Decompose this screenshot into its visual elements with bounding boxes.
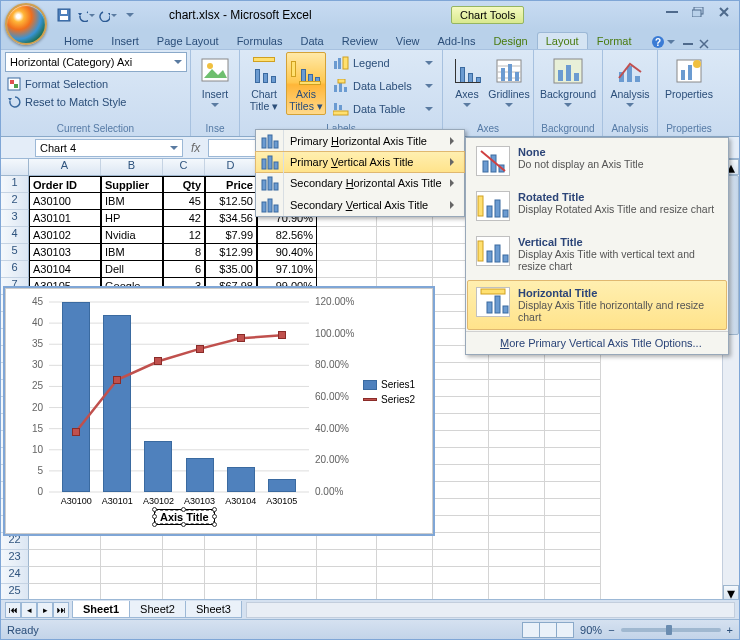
cell[interactable] bbox=[489, 567, 545, 584]
zoom-value[interactable]: 90% bbox=[580, 624, 602, 636]
cell[interactable] bbox=[433, 380, 489, 397]
cell[interactable] bbox=[545, 465, 601, 482]
cell[interactable] bbox=[257, 567, 317, 584]
cell[interactable]: A30104 bbox=[29, 261, 101, 278]
cell[interactable]: 42 bbox=[163, 210, 205, 227]
axis-title-menu-item[interactable]: Primary Horizontal Axis Title bbox=[256, 130, 464, 152]
sheet-nav-first[interactable]: ⏮ bbox=[5, 602, 21, 618]
cell[interactable]: $12.50 bbox=[205, 193, 257, 210]
axis-titles-menu[interactable]: Primary Horizontal Axis TitlePrimary Ver… bbox=[255, 129, 465, 217]
fx-icon[interactable]: fx bbox=[191, 141, 200, 155]
cell[interactable] bbox=[377, 261, 433, 278]
doc-close-icon[interactable] bbox=[699, 39, 709, 49]
row-header[interactable]: 3 bbox=[1, 210, 29, 227]
cell[interactable] bbox=[545, 448, 601, 465]
cell[interactable] bbox=[545, 397, 601, 414]
cell[interactable] bbox=[489, 448, 545, 465]
cell[interactable]: 97.10% bbox=[257, 261, 317, 278]
cell[interactable] bbox=[101, 567, 163, 584]
tab-addins[interactable]: Add-Ins bbox=[428, 32, 484, 49]
cell[interactable] bbox=[545, 533, 601, 550]
row-header[interactable]: 5 bbox=[1, 244, 29, 261]
cell[interactable] bbox=[489, 380, 545, 397]
cell[interactable]: $12.99 bbox=[205, 244, 257, 261]
qat-customize-icon[interactable] bbox=[121, 6, 139, 24]
row-header[interactable]: 24 bbox=[1, 567, 29, 584]
name-box[interactable]: Chart 4 bbox=[35, 139, 183, 157]
cell[interactable] bbox=[377, 244, 433, 261]
sheet-tab[interactable]: Sheet3 bbox=[185, 601, 242, 618]
chart-legend[interactable]: Series1 Series2 bbox=[363, 379, 415, 409]
qat-undo-icon[interactable] bbox=[77, 6, 95, 24]
qat-redo-icon[interactable] bbox=[99, 6, 117, 24]
axis-titles-button[interactable]: AxisTitles ▾ bbox=[286, 52, 326, 115]
chart-line-point[interactable] bbox=[237, 334, 245, 342]
properties-button[interactable]: Properties bbox=[662, 52, 716, 103]
sheet-nav-next[interactable]: ▸ bbox=[37, 602, 53, 618]
column-header[interactable]: B bbox=[101, 159, 163, 175]
cell[interactable]: 45 bbox=[163, 193, 205, 210]
embedded-chart[interactable]: 051015202530354045 0.00%20.00%40.00%60.0… bbox=[3, 286, 435, 536]
cell[interactable]: Supplier bbox=[101, 176, 163, 193]
cell[interactable]: HP bbox=[101, 210, 163, 227]
cell[interactable]: 90.40% bbox=[257, 244, 317, 261]
axis-title-edit[interactable]: Axis Title bbox=[155, 510, 214, 524]
cell[interactable]: 12 bbox=[163, 227, 205, 244]
help-icon[interactable]: ? bbox=[651, 35, 665, 49]
cell[interactable] bbox=[545, 550, 601, 567]
tab-review[interactable]: Review bbox=[333, 32, 387, 49]
cell[interactable] bbox=[489, 363, 545, 380]
cell[interactable] bbox=[545, 414, 601, 431]
horizontal-scrollbar[interactable] bbox=[246, 602, 735, 618]
cell[interactable]: Qty bbox=[163, 176, 205, 193]
insert-button[interactable]: Insert bbox=[195, 52, 235, 112]
format-selection-button[interactable]: Format Selection bbox=[5, 76, 186, 92]
cell[interactable] bbox=[205, 550, 257, 567]
select-all-corner[interactable] bbox=[1, 159, 29, 175]
cell[interactable] bbox=[317, 550, 377, 567]
axis-title-menu-item[interactable]: Primary Vertical Axis Title bbox=[255, 151, 465, 173]
office-button[interactable] bbox=[5, 3, 47, 45]
tab-layout[interactable]: Layout bbox=[537, 32, 588, 49]
cell[interactable] bbox=[433, 363, 489, 380]
cell[interactable]: Order ID bbox=[29, 176, 101, 193]
tab-data[interactable]: Data bbox=[291, 32, 332, 49]
chart-line-point[interactable] bbox=[196, 345, 204, 353]
cell[interactable] bbox=[29, 550, 101, 567]
cell[interactable] bbox=[377, 550, 433, 567]
cell[interactable] bbox=[257, 550, 317, 567]
cell[interactable] bbox=[377, 567, 433, 584]
cell[interactable]: Nvidia bbox=[101, 227, 163, 244]
cell[interactable] bbox=[433, 397, 489, 414]
cell[interactable]: A30102 bbox=[29, 227, 101, 244]
cell[interactable] bbox=[489, 550, 545, 567]
cell[interactable]: 82.56% bbox=[257, 227, 317, 244]
data-labels-button[interactable]: Data Labels bbox=[328, 75, 438, 97]
cell[interactable] bbox=[317, 244, 377, 261]
sheet-tab[interactable]: Sheet1 bbox=[72, 601, 130, 618]
cell[interactable]: $34.56 bbox=[205, 210, 257, 227]
cell[interactable] bbox=[489, 414, 545, 431]
cell[interactable] bbox=[433, 414, 489, 431]
cell[interactable]: IBM bbox=[101, 244, 163, 261]
cell[interactable] bbox=[433, 516, 489, 533]
cell[interactable] bbox=[489, 499, 545, 516]
cell[interactable]: $7.99 bbox=[205, 227, 257, 244]
cell[interactable]: Dell bbox=[101, 261, 163, 278]
cell[interactable] bbox=[489, 465, 545, 482]
doc-minimize-icon[interactable] bbox=[683, 43, 693, 45]
axis-title-option[interactable]: Vertical TitleDisplay Axis Title with ve… bbox=[467, 229, 727, 279]
cell[interactable] bbox=[101, 550, 163, 567]
zoom-out-button[interactable]: − bbox=[608, 624, 614, 636]
cell[interactable] bbox=[433, 465, 489, 482]
chart-line-point[interactable] bbox=[278, 331, 286, 339]
cell[interactable] bbox=[433, 550, 489, 567]
axis-title-option[interactable]: Rotated TitleDisplay Rotated Axis Title … bbox=[467, 184, 727, 228]
axis-title-menu-item[interactable]: Secondary Vertical Axis Title bbox=[256, 194, 464, 216]
close-button[interactable] bbox=[715, 5, 733, 19]
cell[interactable] bbox=[433, 431, 489, 448]
axes-button[interactable]: Axes bbox=[447, 52, 487, 112]
cell[interactable]: $35.00 bbox=[205, 261, 257, 278]
cell[interactable] bbox=[545, 363, 601, 380]
cell[interactable]: Price bbox=[205, 176, 257, 193]
